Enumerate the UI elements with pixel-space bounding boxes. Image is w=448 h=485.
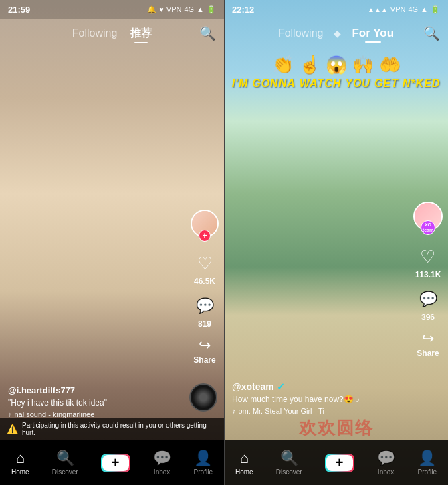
right-share-action[interactable]: ↪ Share [417,330,439,358]
left-share-label: Share [193,355,215,365]
right-watermark-text: 欢欢圆络 [299,416,374,440]
right-inbox-label: Inbox [378,468,394,476]
left-nav-bar: Following 推荐 🔍 [0,19,224,48]
left-music-note-icon: ♪ [8,410,12,418]
left-action-panel: + ♡ 46.5K 💬 819 ↪ Share [191,210,219,365]
left-caption: "Hey i have this tik tok idea" [8,398,176,408]
left-like-action[interactable]: ♡ 46.5K [193,251,217,286]
right-action-panel: XOteam ♡ 113.1K 💬 396 ↪ Share [413,202,443,358]
left-share-action[interactable]: ↪ Share [193,337,215,365]
right-plus-icon: + [336,455,344,470]
left-comment-icon: 💬 [193,294,217,318]
left-tab-discover[interactable]: 🔍 Discover [52,450,78,476]
right-tab-home[interactable]: ⌂ Home [235,450,253,476]
right-discover-label: Discover [276,468,302,476]
right-home-label: Home [235,468,253,476]
right-watermark: 欢欢圆络 [224,416,448,440]
right-music-text: om: Mr. Steal Your Girl - Ti [239,407,324,415]
right-tab-following[interactable]: Following [278,27,324,39]
banner-word-4: YOU [345,77,370,90]
left-music-text: nal sound - kingmarlinee [15,410,95,418]
left-follow-button[interactable]: + [199,230,211,242]
right-username-text: @xoteam [232,381,274,392]
right-tab-profile[interactable]: 👤 Profile [418,450,437,476]
right-heart-icon: ♡ [416,245,440,269]
left-tab-recommend[interactable]: 推荐 [130,27,152,41]
left-home-icon: ⌂ [16,450,25,467]
left-music-row: ♪ nal sound - kingmarlinee [8,410,176,418]
left-tab-following[interactable]: Following [72,27,118,39]
left-username: @i.heartdilfs777 [8,385,176,395]
left-status-icons: 🔔 ♥ VPN 4G ▲ 🔋 [147,5,216,14]
left-avatar-wrap: + [191,210,219,238]
banner-word-3: WATCH [300,77,341,90]
right-like-count: 113.1K [415,270,441,279]
right-home-icon: ⌂ [240,450,249,467]
left-tab-create[interactable]: + [101,454,130,472]
right-comment-icon: 💬 [416,287,440,311]
left-comment-action[interactable]: 💬 819 [193,294,217,329]
emoji-4: 🙌 [352,55,374,75]
left-vinyl-disc [189,383,217,412]
notification-icon: 🔔 [147,5,156,14]
right-plus-button[interactable]: + [325,454,354,472]
right-bottom-info: @xoteam ✓ How much time you have now?😍 ♪… [224,381,408,415]
left-tab-bar: ⌂ Home 🔍 Discover + 💬 Inbox 👤 Profile [0,440,224,485]
right-music-row: ♪ om: Mr. Steal Your Girl - Ti [232,407,400,415]
left-warning-icon: ⚠️ [7,424,18,434]
banner-word-2: GONNA [252,77,296,90]
wifi-icon: ▲ [197,5,204,13]
left-tab-profile[interactable]: 👤 Profile [194,450,213,476]
left-discover-label: Discover [52,468,78,476]
banner-word-1: I'M [232,77,249,90]
right-verified-icon: ✓ [277,381,285,392]
right-battery-icon: 🔋 [431,5,440,14]
emoji-5: 🤲 [379,55,401,75]
left-screen: 21:59 🔔 ♥ VPN 4G ▲ 🔋 Following 推荐 🔍 [0,0,224,485]
right-profile-label: Profile [418,468,437,476]
right-4g-icon: 4G [408,5,418,13]
left-time: 21:59 [8,5,30,15]
left-plus-icon: + [112,455,120,470]
battery-icon: 🔋 [207,5,216,14]
right-vpn-label: VPN [390,5,406,13]
right-signal-bars: ▲▲▲ [368,6,388,13]
left-profile-icon: 👤 [194,450,212,467]
right-wifi-icon: ▲ [421,5,428,13]
left-profile-label: Profile [194,468,213,476]
right-like-action[interactable]: ♡ 113.1K [415,245,441,279]
right-nav-bar: Following ◆ For You 🔍 [224,19,448,48]
right-comment-action[interactable]: 💬 396 [416,287,440,322]
vpn-indicator: VPN [166,5,182,13]
left-warning-text: Participating in this activity could res… [22,422,217,436]
right-tab-bar: ⌂ Home 🔍 Discover + 💬 Inbox 👤 Profile [224,440,448,485]
right-emoji-banner: 👏 ☝️ 😱 🙌 🤲 [224,52,448,78]
right-share-label: Share [417,349,439,358]
emoji-3: 😱 [326,55,347,75]
right-nav-dot: ◆ [334,28,341,39]
left-tab-home[interactable]: ⌂ Home [11,450,29,476]
right-status-bar: 22:12 ▲▲▲ VPN 4G ▲ 🔋 [224,0,448,19]
left-status-bar: 21:59 🔔 ♥ VPN 4G ▲ 🔋 [0,0,224,19]
screen-divider [224,0,225,485]
left-inbox-label: Inbox [154,468,170,476]
left-plus-button[interactable]: + [101,454,130,472]
left-discover-icon: 🔍 [56,450,74,467]
banner-word-5: GET [374,77,399,90]
right-comment-count: 396 [421,313,435,322]
emoji-1: 👏 [272,55,294,75]
right-inbox-icon: 💬 [377,450,395,467]
right-tab-discover[interactable]: 🔍 Discover [276,450,302,476]
right-search-icon[interactable]: 🔍 [423,25,440,41]
left-search-icon[interactable]: 🔍 [199,25,216,41]
emoji-2: ☝️ [299,55,320,75]
left-like-count: 46.5K [194,277,215,286]
right-tab-create[interactable]: + [325,454,354,472]
right-username-row: @xoteam ✓ [232,381,400,392]
left-bottom-info: @i.heartdilfs777 "Hey i have this tik to… [0,385,184,418]
right-tab-inbox[interactable]: 💬 Inbox [377,450,395,476]
right-text-banner: I'M GONNA WATCH YOU GET N*KED [224,77,448,90]
right-time: 22:12 [232,5,254,15]
right-tab-foryou[interactable]: For You [352,27,394,40]
left-tab-inbox[interactable]: 💬 Inbox [153,450,171,476]
